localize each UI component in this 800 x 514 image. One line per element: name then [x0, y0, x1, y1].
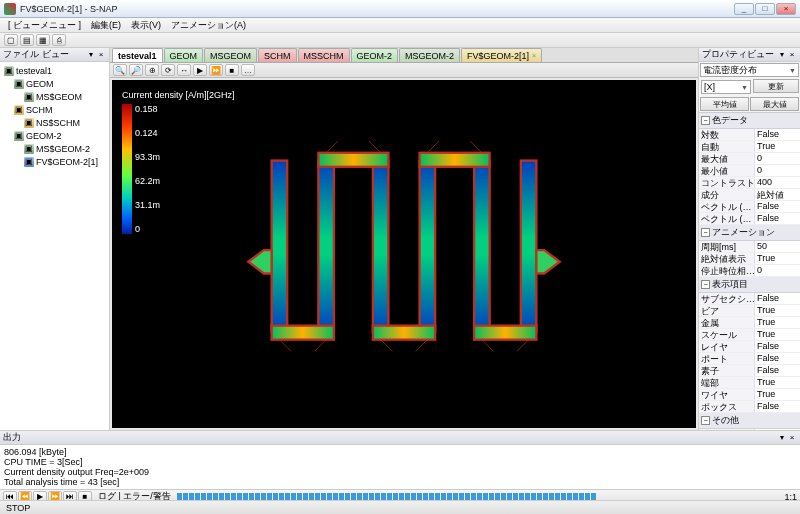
prop-value[interactable]: False [755, 293, 800, 304]
tree-node[interactable]: ▣MS$GEOM-2 [2, 142, 107, 155]
view-tool-8[interactable]: … [241, 64, 255, 76]
doc-tab[interactable]: MSGEOM-2 [399, 48, 460, 62]
doc-tab[interactable]: MSSCHM [298, 48, 350, 62]
close-icon[interactable]: × [787, 433, 797, 443]
menu-item-1[interactable]: 編集(E) [87, 18, 125, 33]
prop-row[interactable]: 停止時位相…0 [699, 265, 800, 277]
collapse-icon[interactable]: − [701, 116, 710, 125]
prop-row[interactable]: ビアTrue [699, 305, 800, 317]
prop-row[interactable]: サブセクシ…False [699, 293, 800, 305]
prop-value[interactable]: 絶対値 [755, 189, 800, 200]
prop-value[interactable]: True [755, 389, 800, 400]
menu-item-2[interactable]: 表示(V) [127, 18, 165, 33]
doc-tab[interactable]: FV$GEOM-2[1]× [461, 48, 542, 62]
prop-row[interactable]: ベクトル (…False [699, 213, 800, 225]
prop-value[interactable]: False [755, 213, 800, 224]
prop-row[interactable]: コントラスト400 [699, 177, 800, 189]
view-tool-2[interactable]: ⊕ [145, 64, 159, 76]
view-type-select[interactable]: 電流密度分布 ▼ [700, 63, 799, 77]
prop-row[interactable]: 素子False [699, 365, 800, 377]
prop-row[interactable]: 自動True [699, 141, 800, 153]
menu-item-0[interactable]: [ ビューメニュー ] [4, 18, 85, 33]
prop-row[interactable]: ベクトル (…False [699, 201, 800, 213]
prop-value[interactable]: True [755, 141, 800, 152]
avg-button[interactable]: 平均値 [700, 97, 749, 111]
toolbar-btn-4[interactable]: ⎙ [52, 34, 66, 46]
view-tool-4[interactable]: ↔ [177, 64, 191, 76]
max-button[interactable]: 最大値 [750, 97, 799, 111]
tree-node[interactable]: ▣FV$GEOM-2[1] [2, 155, 107, 168]
prop-value[interactable]: True [755, 329, 800, 340]
view-tool-0[interactable]: 🔍 [113, 64, 127, 76]
toolbar-btn-2[interactable]: ▤ [20, 34, 34, 46]
prop-row[interactable]: 周期[ms]50 [699, 241, 800, 253]
doc-tab[interactable]: MSGEOM [204, 48, 257, 62]
tree-node[interactable]: ▣MS$GEOM [2, 90, 107, 103]
prop-value[interactable]: True [755, 377, 800, 388]
prop-value[interactable]: False [755, 365, 800, 376]
doc-tab[interactable]: GEOM [164, 48, 204, 62]
toolbar-btn-1[interactable]: ▢ [4, 34, 18, 46]
pin-icon[interactable]: ▾ [777, 50, 787, 60]
prop-value[interactable]: 0 [755, 265, 800, 276]
prop-category[interactable]: −その他 [699, 413, 800, 429]
close-icon[interactable]: × [96, 50, 106, 60]
prop-row[interactable]: 金属True [699, 317, 800, 329]
prop-row[interactable]: スケールTrue [699, 329, 800, 341]
prop-category[interactable]: −アニメーション [699, 225, 800, 241]
tree-node[interactable]: ▣NS$SCHM [2, 116, 107, 129]
prop-row[interactable]: 成分絶対値 [699, 189, 800, 201]
prop-value[interactable]: 0 [755, 153, 800, 164]
pin-icon[interactable]: ▾ [777, 433, 787, 443]
close-button[interactable]: × [776, 3, 796, 15]
prop-row[interactable]: 対数False [699, 129, 800, 141]
prop-value[interactable]: False [755, 353, 800, 364]
prop-row[interactable]: 最大値0 [699, 153, 800, 165]
prop-category[interactable]: −表示項目 [699, 277, 800, 293]
collapse-icon[interactable]: − [701, 416, 710, 425]
menu-item-3[interactable]: アニメーション(A) [167, 18, 250, 33]
collapse-icon[interactable]: − [701, 280, 710, 289]
view-tool-5[interactable]: ▶ [193, 64, 207, 76]
view-tool-1[interactable]: 🔎 [129, 64, 143, 76]
tab-close-icon[interactable]: × [532, 52, 536, 59]
prop-row[interactable]: ボックスFalse [699, 401, 800, 413]
prop-value[interactable]: 0 [755, 165, 800, 176]
prop-row[interactable]: 絶対値表示True [699, 253, 800, 265]
view-tool-7[interactable]: ■ [225, 64, 239, 76]
prop-value[interactable]: True [755, 253, 800, 264]
prop-row[interactable]: レイヤFalse [699, 341, 800, 353]
maximize-button[interactable]: □ [755, 3, 775, 15]
tree-node[interactable]: ▣testeval1 [2, 64, 107, 77]
prop-row[interactable]: 端部True [699, 377, 800, 389]
prop-value[interactable]: True [755, 317, 800, 328]
prop-value[interactable]: 400 [755, 177, 800, 188]
doc-tab[interactable]: SCHM [258, 48, 297, 62]
doc-tab[interactable]: testeval1 [112, 48, 163, 62]
prop-row[interactable]: ポートFalse [699, 353, 800, 365]
prop-value[interactable]: 50 [755, 241, 800, 252]
update-button[interactable]: 更新 [753, 79, 799, 93]
prop-category[interactable]: −色データ [699, 113, 800, 129]
prop-value[interactable]: False [755, 129, 800, 140]
viewport[interactable]: Current density [A/m][2GHz] 0.1580.12493… [112, 80, 696, 428]
svg-marker-12 [536, 250, 559, 273]
axis-select[interactable]: [X] ▼ [701, 80, 751, 94]
close-icon[interactable]: × [787, 50, 797, 60]
view-tool-3[interactable]: ⟳ [161, 64, 175, 76]
minimize-button[interactable]: _ [734, 3, 754, 15]
tree-node[interactable]: ▣GEOM [2, 77, 107, 90]
prop-row[interactable]: ワイヤTrue [699, 389, 800, 401]
tree-node[interactable]: ▣GEOM-2 [2, 129, 107, 142]
prop-value[interactable]: True [755, 305, 800, 316]
collapse-icon[interactable]: − [701, 228, 710, 237]
prop-row[interactable]: 最小値0 [699, 165, 800, 177]
tree-node[interactable]: ▣SCHM [2, 103, 107, 116]
pin-icon[interactable]: ▾ [86, 50, 96, 60]
prop-value[interactable]: False [755, 401, 800, 412]
view-tool-6[interactable]: ⏩ [209, 64, 223, 76]
prop-value[interactable]: False [755, 201, 800, 212]
toolbar-btn-3[interactable]: ▦ [36, 34, 50, 46]
doc-tab[interactable]: GEOM-2 [351, 48, 399, 62]
prop-value[interactable]: False [755, 341, 800, 352]
